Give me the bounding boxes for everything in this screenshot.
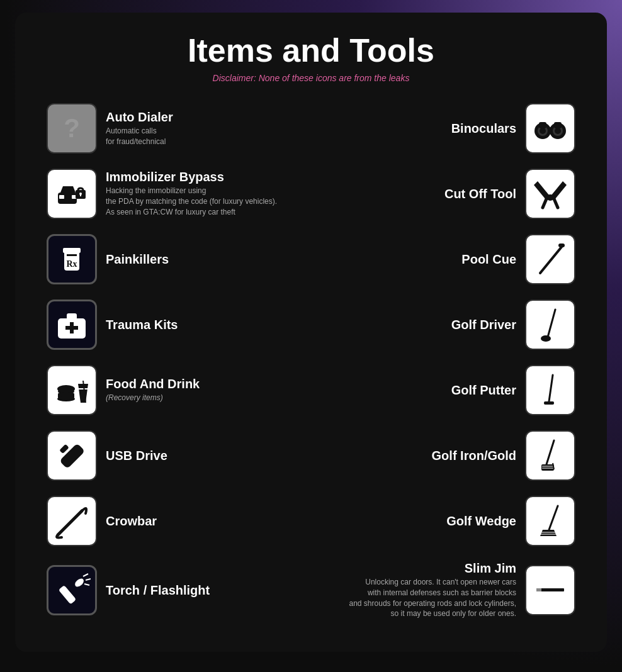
list-item: ? Auto Dialer Automatic callsfor fraud/t… <box>40 96 311 161</box>
svg-rect-25 <box>65 326 78 330</box>
pool-cue-icon <box>525 234 575 284</box>
golf-wedge-icon <box>525 496 575 546</box>
item-text: Food And Drink (Recovery items) <box>106 377 305 403</box>
item-text: Binoculars <box>317 121 516 136</box>
auto-dialer-icon: ? <box>47 103 97 154</box>
svg-rect-52 <box>536 588 541 591</box>
item-text: Trauma Kits <box>106 318 305 332</box>
list-item: Golf Driver <box>311 292 582 357</box>
crowbar-icon <box>47 496 97 546</box>
svg-text:Rx: Rx <box>66 259 77 269</box>
flashlight-icon <box>47 565 97 615</box>
svg-rect-10 <box>59 195 64 199</box>
svg-rect-17 <box>63 248 81 253</box>
golf-iron-icon <box>525 430 575 481</box>
svg-rect-37 <box>59 444 69 454</box>
painkillers-icon: Rx <box>47 234 97 284</box>
svg-line-20 <box>540 245 563 273</box>
svg-line-49 <box>86 579 91 580</box>
item-text: Golf Wedge <box>317 514 516 529</box>
svg-line-43 <box>549 506 558 530</box>
list-item: Binoculars <box>311 96 582 161</box>
slim-jim-icon <box>525 565 575 615</box>
svg-rect-14 <box>80 194 81 196</box>
main-container: Items and Tools Disclaimer: None of thes… <box>15 13 607 652</box>
svg-rect-8 <box>554 122 562 128</box>
svg-point-31 <box>57 396 75 401</box>
svg-rect-46 <box>59 585 76 605</box>
svg-rect-18 <box>67 254 77 256</box>
list-item: Food And Drink (Recovery items) <box>40 357 311 423</box>
svg-line-38 <box>546 440 554 464</box>
list-item: Golf Putter <box>311 357 582 423</box>
item-text: USB Drive <box>106 449 305 463</box>
item-text: Golf Driver <box>317 318 516 332</box>
item-text: Crowbar <box>106 514 305 529</box>
svg-point-5 <box>540 128 546 134</box>
svg-rect-35 <box>544 401 554 405</box>
item-text: Golf Putter <box>317 383 516 398</box>
list-item: Golf Wedge <box>311 488 582 554</box>
svg-point-6 <box>555 128 561 134</box>
list-item: Trauma Kits <box>40 292 311 357</box>
svg-line-26 <box>548 310 555 337</box>
list-item: Pool Cue <box>311 227 582 292</box>
disclaimer: Disclaimer: None of these icons are from… <box>40 73 582 83</box>
svg-line-48 <box>83 574 88 576</box>
svg-line-34 <box>549 375 553 401</box>
item-text: Slim Jim Unlocking car doors. It can't o… <box>317 561 516 619</box>
food-icon <box>47 365 97 415</box>
item-text: Pool Cue <box>317 252 516 267</box>
svg-point-29 <box>57 385 75 393</box>
svg-rect-7 <box>539 122 546 128</box>
list-item: Cut Off Tool <box>311 161 582 227</box>
list-item: Torch / Flashlight <box>40 554 311 627</box>
svg-rect-23 <box>67 313 77 320</box>
binoculars-icon <box>525 103 575 154</box>
svg-rect-39 <box>541 464 554 471</box>
trauma-kit-icon <box>47 300 97 350</box>
cut-off-tool-icon <box>525 169 575 219</box>
golf-putter-icon <box>525 365 575 415</box>
svg-line-50 <box>84 584 89 585</box>
svg-point-47 <box>74 577 86 588</box>
page-title: Items and Tools <box>40 31 582 69</box>
list-item: USB Drive <box>40 423 311 488</box>
list-item: Slim Jim Unlocking car doors. It can't o… <box>311 554 582 627</box>
item-text: Torch / Flashlight <box>106 583 305 598</box>
golf-driver-icon <box>525 300 575 350</box>
svg-point-27 <box>541 335 551 342</box>
item-text: Immobilizer Bypass Hacking the immobiliz… <box>106 170 305 217</box>
immobilizer-icon <box>47 169 97 219</box>
item-text: Painkillers <box>106 252 305 267</box>
usb-icon <box>47 430 97 481</box>
items-grid: ? Auto Dialer Automatic callsfor fraud/t… <box>40 96 582 627</box>
item-text: Golf Iron/Gold <box>317 449 516 463</box>
list-item: Crowbar <box>40 488 311 554</box>
list-item: Rx Painkillers <box>40 227 311 292</box>
list-item: Immobilizer Bypass Hacking the immobiliz… <box>40 161 311 227</box>
list-item: Golf Iron/Gold <box>311 423 582 488</box>
item-text: Auto Dialer Automatic callsfor fraud/tec… <box>106 110 305 147</box>
svg-rect-2 <box>547 127 553 131</box>
item-text: Cut Off Tool <box>317 187 516 201</box>
